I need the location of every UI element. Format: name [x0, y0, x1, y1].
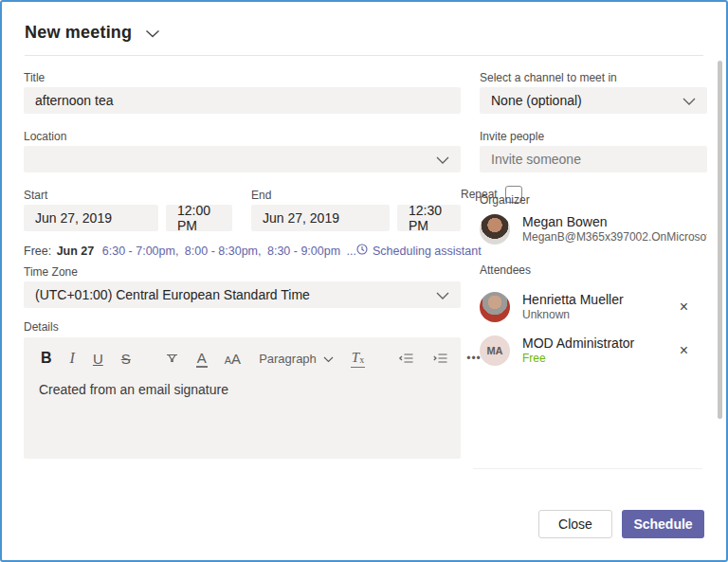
channel-label: Select a channel to meet in [480, 71, 707, 84]
strikethrough-button[interactable]: S [120, 350, 132, 368]
remove-attendee-icon[interactable]: × [676, 298, 692, 317]
timezone-label: Time Zone [24, 265, 461, 279]
channel-select[interactable]: None (optional) [480, 87, 707, 114]
chevron-down-icon [682, 93, 696, 108]
invite-people-input[interactable] [480, 146, 707, 172]
dialog-footer: Close Schedule [538, 510, 704, 538]
attendees-label: Attendees [480, 263, 707, 277]
time-slot-link[interactable]: 6:30 - 7:00pm, [102, 245, 179, 258]
new-meeting-dialog: New meeting Title Location Start Jun 27, [0, 0, 728, 562]
people-column: Select a channel to meet in None (option… [480, 56, 707, 459]
attendee-row: Henrietta Mueller Unknown × [480, 292, 707, 322]
avatar [480, 214, 510, 245]
organizer-email: MeganB@M365x397002.OnMicrosoft… [522, 230, 707, 245]
free-slots: Free: Jun 27 6:30 - 7:00pm, 8:00 - 8:30p… [24, 245, 356, 258]
remove-attendee-icon[interactable]: × [676, 341, 692, 360]
attendee-status: Free [522, 352, 634, 366]
availability-line: Free: Jun 27 6:30 - 7:00pm, 8:00 - 8:30p… [24, 244, 461, 258]
paragraph-style-dropdown[interactable]: Paragraph [258, 351, 335, 367]
start-label: Start [24, 189, 232, 202]
footer-divider [473, 468, 702, 469]
attendee-name: MOD Administrator [522, 335, 634, 352]
page-title: New meeting [25, 23, 132, 43]
attendee-row: MA MOD Administrator Free × [480, 335, 707, 366]
chevron-down-icon [436, 287, 449, 302]
underline-button[interactable]: U [92, 350, 104, 368]
start-date-input[interactable]: Jun 27, 2019 [24, 205, 158, 231]
start-time-input[interactable]: 12:00 PM [166, 205, 232, 231]
details-label: Details [24, 320, 461, 334]
scheduling-assistant-link[interactable]: Scheduling assistant [356, 244, 482, 258]
chevron-down-icon [436, 152, 449, 167]
highlight-icon[interactable] [164, 350, 180, 367]
organizer-label: Organizer [480, 193, 707, 207]
meeting-form-column: Title Location Start Jun 27, 2019 12:00 … [24, 56, 461, 459]
more-slots-link[interactable]: ... [347, 245, 356, 258]
font-color-button[interactable]: A [196, 349, 208, 368]
timezone-select[interactable]: (UTC+01:00) Central European Standard Ti… [24, 281, 461, 308]
avatar: MA [480, 335, 510, 366]
end-label: End [251, 189, 461, 202]
schedule-button[interactable]: Schedule [622, 510, 704, 538]
clock-icon [356, 244, 368, 258]
dialog-header: New meeting [2, 2, 726, 43]
scrollbar[interactable] [718, 61, 722, 419]
avatar [480, 292, 510, 322]
close-button[interactable]: Close [538, 510, 612, 538]
organizer-name: Megan Bowen [522, 214, 707, 230]
organizer-row: Megan Bowen MeganB@M365x397002.OnMicroso… [480, 214, 707, 245]
details-content[interactable]: Created from an email signature [24, 372, 461, 408]
outdent-icon[interactable] [397, 351, 415, 366]
invite-people-label: Invite people [480, 130, 707, 143]
attendee-name: Henrietta Mueller [522, 292, 624, 308]
bold-button[interactable]: B [40, 349, 53, 368]
end-time-input[interactable]: 12:30 PM [397, 205, 461, 231]
indent-icon[interactable] [431, 351, 449, 366]
location-label: Location [24, 130, 461, 143]
meeting-type-chevron-down-icon[interactable] [145, 25, 160, 42]
location-select[interactable] [24, 146, 461, 172]
end-date-input[interactable]: Jun 27, 2019 [251, 205, 390, 231]
editor-toolbar: B I U S A AA Paragraph [24, 337, 461, 372]
datetime-row: Start Jun 27, 2019 12:00 PM End Jun 27, … [24, 172, 461, 231]
title-label: Title [24, 71, 461, 84]
title-input[interactable] [24, 87, 461, 114]
italic-button[interactable]: I [69, 349, 76, 368]
font-size-button[interactable]: AA [224, 350, 242, 368]
chevron-down-icon [323, 353, 334, 365]
details-editor: B I U S A AA Paragraph [24, 337, 461, 459]
time-slot-link[interactable]: 8:30 - 9:00pm [267, 245, 340, 258]
attendee-status: Unknown [522, 308, 624, 322]
time-slot-link[interactable]: 8:00 - 8:30pm, [185, 245, 262, 258]
clear-formatting-button[interactable]: Tx [351, 349, 365, 368]
